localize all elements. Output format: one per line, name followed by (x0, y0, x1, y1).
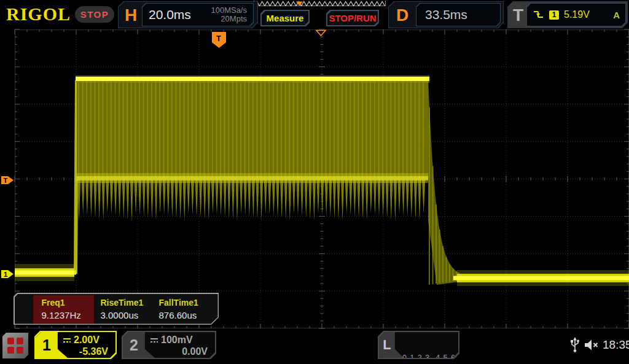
logic-label: L (379, 332, 395, 358)
menu-grid-icon (7, 338, 14, 344)
svg-text:T: T (4, 177, 8, 184)
channel2-widget[interactable]: 2 100mV 0.00V (122, 331, 216, 359)
run-state-badge: STOP (75, 6, 114, 23)
dc-coupling-icon (150, 336, 158, 344)
channel2-scale: 100mV (161, 335, 193, 346)
channel1-number: 1 (36, 332, 58, 358)
measurement-label-risetime[interactable]: RiseTime1 (101, 298, 144, 308)
trigger-sweep-mode: A (613, 10, 620, 20)
sample-rate: 100MSa/s (211, 6, 247, 15)
menu-button[interactable] (2, 333, 28, 358)
logic-channels-widget[interactable]: L 0 1 2 3 4 5 6 7 8 9 1011 12131415 (378, 331, 459, 359)
memory-depth: 20Mpts (211, 15, 247, 23)
delay-widget[interactable]: D 33.5ms (388, 1, 504, 28)
trigger-level-value: 5.19V (564, 9, 590, 20)
trigger-settings-widget[interactable]: T 1 5.19V A (507, 1, 628, 28)
svg-text:1: 1 (4, 271, 7, 278)
oscilloscope-screen: T1T RIGOL STOP H 20.0ms 100MSa/s 20Mpts … (0, 0, 629, 364)
stop-run-button-label: STOP/RUN (327, 11, 378, 25)
trigger-label: T (513, 2, 523, 28)
dc-coupling-icon (63, 336, 71, 344)
menu-grid-icon (17, 347, 23, 354)
channel1-widget[interactable]: 1 2.00V -5.36V (34, 331, 117, 359)
delay-value: 33.5ms (425, 7, 467, 22)
channel1-scale: 2.00V (74, 335, 100, 346)
rigol-logo: RIGOL (6, 4, 71, 25)
timebase-value: 20.0ms (149, 7, 191, 22)
clock: 18:35 (603, 338, 629, 352)
speaker-muted-icon[interactable] (584, 338, 600, 352)
measurement-value-freq: 9.1237Hz (42, 310, 81, 320)
measurement-value-risetime: 3.0000us (101, 310, 139, 320)
menu-grid-icon (7, 347, 14, 354)
menu-grid-icon (17, 338, 23, 344)
stop-run-button[interactable]: STOP/RUN (326, 10, 379, 26)
delay-reference-marker (316, 31, 326, 36)
channel2-number: 2 (123, 332, 145, 358)
horizontal-settings-widget[interactable]: H 20.0ms 100MSa/s 20Mpts (118, 1, 258, 28)
channel1-offset: -5.36V (79, 346, 108, 357)
svg-text:T: T (216, 34, 221, 43)
horizontal-label: H (125, 2, 137, 28)
delay-label: D (396, 2, 408, 28)
usb-icon (569, 337, 581, 353)
channel2-offset: 0.00V (182, 346, 208, 357)
falling-edge-icon (533, 10, 544, 20)
measurement-value-falltime: 876.60us (159, 310, 197, 320)
trigger-source-badge: 1 (549, 10, 559, 20)
memory-position-indicator[interactable] (254, 2, 385, 6)
measure-button[interactable]: Measure (260, 10, 310, 26)
measure-button-label: Measure (262, 11, 308, 25)
measurement-label-freq[interactable]: Freq1 (42, 298, 65, 308)
measurement-label-falltime[interactable]: FallTime1 (159, 298, 198, 308)
measurement-panel[interactable]: Freq1 9.1237Hz RiseTime1 3.0000us FallTi… (14, 293, 219, 325)
